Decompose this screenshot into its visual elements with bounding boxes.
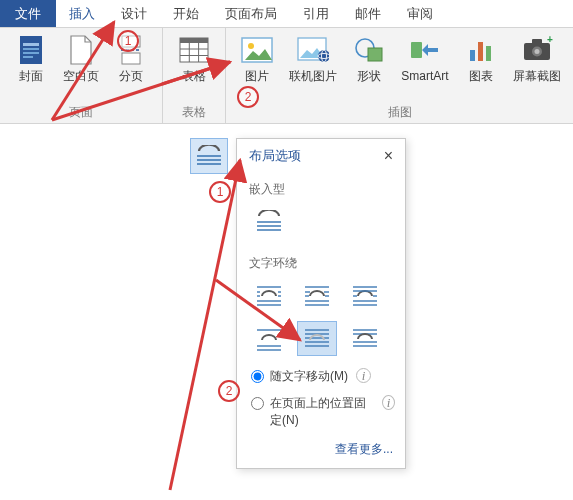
table-label: 表格 <box>182 69 206 83</box>
tab-review[interactable]: 审阅 <box>394 0 446 27</box>
info-icon[interactable]: i <box>356 368 371 383</box>
online-picture-icon <box>297 34 329 66</box>
svg-rect-6 <box>122 53 140 64</box>
move-with-text-input[interactable] <box>251 370 264 383</box>
blank-page-label: 空白页 <box>63 69 99 83</box>
tab-references[interactable]: 引用 <box>290 0 342 27</box>
table-button[interactable]: 表格 <box>169 32 219 85</box>
online-picture-label: 联机图片 <box>289 69 337 83</box>
page-break-icon <box>115 34 147 66</box>
svg-rect-2 <box>23 48 39 50</box>
tab-bar: 文件 插入 设计 开始 页面布局 引用 邮件 审阅 <box>0 0 573 28</box>
picture-button[interactable]: 图片 <box>232 32 282 85</box>
chart-label: 图表 <box>469 69 493 83</box>
svg-rect-23 <box>470 50 475 61</box>
cover-page-label: 封面 <box>19 69 43 83</box>
svg-rect-25 <box>486 46 491 61</box>
group-illustrations-label: 插图 <box>232 102 568 121</box>
svg-rect-24 <box>478 42 483 61</box>
tab-layout[interactable]: 页面布局 <box>212 0 290 27</box>
svg-rect-9 <box>180 38 208 43</box>
svg-rect-21 <box>368 48 382 61</box>
group-illustrations: 图片 联机图片 形状 SmartArt <box>226 28 573 123</box>
group-tables: 表格 表格 <box>163 28 226 123</box>
tab-home[interactable]: 开始 <box>160 0 212 27</box>
layout-options-anchor[interactable] <box>190 138 228 174</box>
close-icon[interactable]: × <box>382 148 395 164</box>
inline-section-label: 嵌入型 <box>237 171 405 204</box>
svg-rect-5 <box>122 36 140 47</box>
shapes-label: 形状 <box>357 69 381 83</box>
tab-design[interactable]: 设计 <box>108 0 160 27</box>
blank-page-button[interactable]: 空白页 <box>56 32 106 85</box>
cover-page-icon <box>15 34 47 66</box>
svg-rect-1 <box>23 43 39 46</box>
move-with-text-label: 随文字移动(M) <box>270 368 348 385</box>
table-icon <box>178 34 210 66</box>
blank-page-icon <box>65 34 97 66</box>
page-break-button[interactable]: 分页 <box>106 32 156 85</box>
move-with-text-radio[interactable]: 随文字移动(M) i <box>237 362 405 389</box>
screenshot-button[interactable]: + 屏幕截图 <box>506 32 568 85</box>
layout-options-anchor-icon <box>195 145 223 167</box>
svg-point-15 <box>248 43 254 49</box>
tab-insert[interactable]: 插入 <box>56 0 108 27</box>
layout-option-inline[interactable] <box>249 204 289 239</box>
svg-line-72 <box>170 160 240 490</box>
wrap-section-label: 文字环绕 <box>237 245 405 278</box>
smartart-label: SmartArt <box>401 69 448 83</box>
chart-button[interactable]: 图表 <box>456 32 506 85</box>
fix-position-radio[interactable]: 在页面上的位置固定(N) i <box>237 389 405 433</box>
shapes-button[interactable]: 形状 <box>344 32 394 85</box>
shapes-icon <box>353 34 385 66</box>
layout-popup-title: 布局选项 <box>249 147 301 165</box>
svg-point-28 <box>535 49 540 54</box>
layout-option-tight[interactable] <box>297 278 337 313</box>
info-icon-2[interactable]: i <box>382 395 395 410</box>
group-pages-label: 页面 <box>6 102 156 121</box>
picture-icon <box>241 34 273 66</box>
svg-rect-4 <box>23 56 33 58</box>
cover-page-button[interactable]: 封面 <box>6 32 56 85</box>
svg-rect-29 <box>532 39 542 44</box>
picture-label: 图片 <box>245 69 269 83</box>
layout-option-square[interactable] <box>249 278 289 313</box>
annotation-circle-1b: 1 <box>209 181 231 203</box>
screenshot-label: 屏幕截图 <box>513 69 561 83</box>
layout-option-behind[interactable] <box>297 321 337 356</box>
layout-option-front[interactable] <box>345 321 385 356</box>
fix-position-label: 在页面上的位置固定(N) <box>270 395 374 429</box>
online-picture-button[interactable]: 联机图片 <box>282 32 344 85</box>
smartart-button[interactable]: SmartArt <box>394 32 456 85</box>
svg-rect-3 <box>23 52 39 54</box>
ribbon: 封面 空白页 分页 页面 表格 <box>0 28 573 124</box>
see-more-link[interactable]: 查看更多... <box>335 442 393 456</box>
fix-position-input[interactable] <box>251 397 264 410</box>
group-tables-label: 表格 <box>169 102 219 121</box>
layout-option-through[interactable] <box>345 278 385 313</box>
tab-file[interactable]: 文件 <box>0 0 56 27</box>
layout-options-popup: 布局选项 × 嵌入型 文字环绕 随文字移动(M) i <box>236 138 406 469</box>
svg-rect-22 <box>411 42 422 58</box>
screenshot-icon: + <box>521 34 553 66</box>
tab-mailings[interactable]: 邮件 <box>342 0 394 27</box>
smartart-icon <box>409 34 441 66</box>
layout-option-topbottom[interactable] <box>249 321 289 356</box>
page-break-label: 分页 <box>119 69 143 83</box>
svg-text:+: + <box>547 36 553 45</box>
chart-icon <box>465 34 497 66</box>
group-pages: 封面 空白页 分页 页面 <box>0 28 163 123</box>
